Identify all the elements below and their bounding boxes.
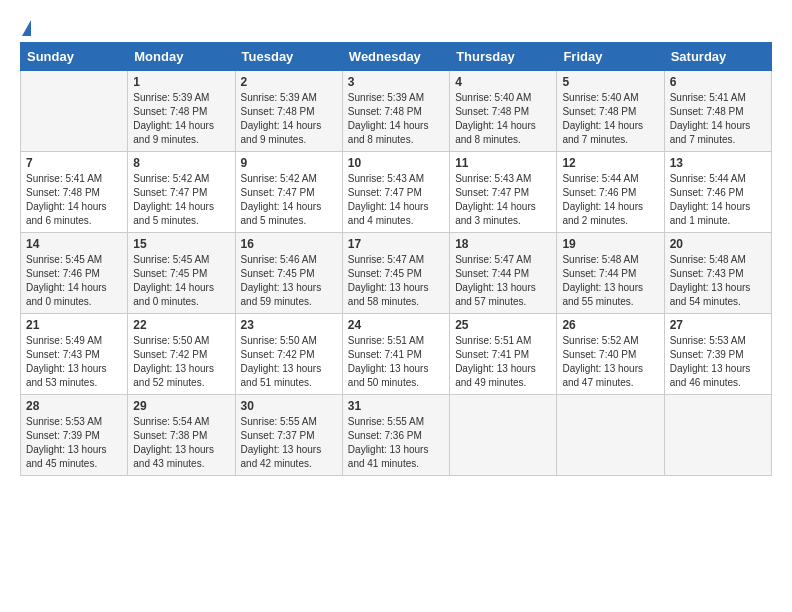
day-number: 7 [26, 156, 122, 170]
day-cell [21, 71, 128, 152]
day-number: 9 [241, 156, 337, 170]
day-info: Sunrise: 5:48 AM Sunset: 7:43 PM Dayligh… [670, 253, 766, 309]
day-number: 5 [562, 75, 658, 89]
day-info: Sunrise: 5:42 AM Sunset: 7:47 PM Dayligh… [133, 172, 229, 228]
day-info: Sunrise: 5:49 AM Sunset: 7:43 PM Dayligh… [26, 334, 122, 390]
day-cell: 12Sunrise: 5:44 AM Sunset: 7:46 PM Dayli… [557, 152, 664, 233]
calendar-header: SundayMondayTuesdayWednesdayThursdayFrid… [21, 43, 772, 71]
day-info: Sunrise: 5:51 AM Sunset: 7:41 PM Dayligh… [348, 334, 444, 390]
day-number: 28 [26, 399, 122, 413]
col-header-wednesday: Wednesday [342, 43, 449, 71]
day-cell: 4Sunrise: 5:40 AM Sunset: 7:48 PM Daylig… [450, 71, 557, 152]
col-header-thursday: Thursday [450, 43, 557, 71]
day-info: Sunrise: 5:46 AM Sunset: 7:45 PM Dayligh… [241, 253, 337, 309]
day-number: 24 [348, 318, 444, 332]
day-number: 15 [133, 237, 229, 251]
day-info: Sunrise: 5:47 AM Sunset: 7:44 PM Dayligh… [455, 253, 551, 309]
day-number: 30 [241, 399, 337, 413]
day-cell: 21Sunrise: 5:49 AM Sunset: 7:43 PM Dayli… [21, 314, 128, 395]
day-cell: 23Sunrise: 5:50 AM Sunset: 7:42 PM Dayli… [235, 314, 342, 395]
day-number: 20 [670, 237, 766, 251]
day-info: Sunrise: 5:42 AM Sunset: 7:47 PM Dayligh… [241, 172, 337, 228]
day-info: Sunrise: 5:43 AM Sunset: 7:47 PM Dayligh… [455, 172, 551, 228]
day-number: 22 [133, 318, 229, 332]
day-number: 31 [348, 399, 444, 413]
day-info: Sunrise: 5:45 AM Sunset: 7:46 PM Dayligh… [26, 253, 122, 309]
day-info: Sunrise: 5:41 AM Sunset: 7:48 PM Dayligh… [26, 172, 122, 228]
day-cell: 25Sunrise: 5:51 AM Sunset: 7:41 PM Dayli… [450, 314, 557, 395]
day-number: 27 [670, 318, 766, 332]
day-cell: 1Sunrise: 5:39 AM Sunset: 7:48 PM Daylig… [128, 71, 235, 152]
day-cell: 11Sunrise: 5:43 AM Sunset: 7:47 PM Dayli… [450, 152, 557, 233]
col-header-saturday: Saturday [664, 43, 771, 71]
day-cell [557, 395, 664, 476]
day-cell: 26Sunrise: 5:52 AM Sunset: 7:40 PM Dayli… [557, 314, 664, 395]
day-number: 18 [455, 237, 551, 251]
col-header-friday: Friday [557, 43, 664, 71]
week-row-3: 14Sunrise: 5:45 AM Sunset: 7:46 PM Dayli… [21, 233, 772, 314]
calendar-table: SundayMondayTuesdayWednesdayThursdayFrid… [20, 42, 772, 476]
day-number: 17 [348, 237, 444, 251]
day-info: Sunrise: 5:53 AM Sunset: 7:39 PM Dayligh… [670, 334, 766, 390]
week-row-1: 1Sunrise: 5:39 AM Sunset: 7:48 PM Daylig… [21, 71, 772, 152]
day-number: 25 [455, 318, 551, 332]
logo [20, 20, 32, 32]
day-cell: 10Sunrise: 5:43 AM Sunset: 7:47 PM Dayli… [342, 152, 449, 233]
day-info: Sunrise: 5:39 AM Sunset: 7:48 PM Dayligh… [133, 91, 229, 147]
day-cell: 7Sunrise: 5:41 AM Sunset: 7:48 PM Daylig… [21, 152, 128, 233]
day-info: Sunrise: 5:45 AM Sunset: 7:45 PM Dayligh… [133, 253, 229, 309]
header-row: SundayMondayTuesdayWednesdayThursdayFrid… [21, 43, 772, 71]
day-info: Sunrise: 5:50 AM Sunset: 7:42 PM Dayligh… [241, 334, 337, 390]
day-info: Sunrise: 5:51 AM Sunset: 7:41 PM Dayligh… [455, 334, 551, 390]
day-cell: 18Sunrise: 5:47 AM Sunset: 7:44 PM Dayli… [450, 233, 557, 314]
day-cell: 9Sunrise: 5:42 AM Sunset: 7:47 PM Daylig… [235, 152, 342, 233]
day-info: Sunrise: 5:52 AM Sunset: 7:40 PM Dayligh… [562, 334, 658, 390]
day-cell [450, 395, 557, 476]
day-cell: 15Sunrise: 5:45 AM Sunset: 7:45 PM Dayli… [128, 233, 235, 314]
col-header-monday: Monday [128, 43, 235, 71]
day-info: Sunrise: 5:50 AM Sunset: 7:42 PM Dayligh… [133, 334, 229, 390]
day-cell: 2Sunrise: 5:39 AM Sunset: 7:48 PM Daylig… [235, 71, 342, 152]
week-row-5: 28Sunrise: 5:53 AM Sunset: 7:39 PM Dayli… [21, 395, 772, 476]
page-header [20, 20, 772, 32]
day-number: 1 [133, 75, 229, 89]
day-cell: 31Sunrise: 5:55 AM Sunset: 7:36 PM Dayli… [342, 395, 449, 476]
day-cell: 14Sunrise: 5:45 AM Sunset: 7:46 PM Dayli… [21, 233, 128, 314]
day-number: 19 [562, 237, 658, 251]
day-cell: 17Sunrise: 5:47 AM Sunset: 7:45 PM Dayli… [342, 233, 449, 314]
day-cell: 24Sunrise: 5:51 AM Sunset: 7:41 PM Dayli… [342, 314, 449, 395]
day-number: 13 [670, 156, 766, 170]
col-header-tuesday: Tuesday [235, 43, 342, 71]
day-number: 6 [670, 75, 766, 89]
day-cell: 13Sunrise: 5:44 AM Sunset: 7:46 PM Dayli… [664, 152, 771, 233]
day-info: Sunrise: 5:54 AM Sunset: 7:38 PM Dayligh… [133, 415, 229, 471]
day-cell: 28Sunrise: 5:53 AM Sunset: 7:39 PM Dayli… [21, 395, 128, 476]
day-cell: 22Sunrise: 5:50 AM Sunset: 7:42 PM Dayli… [128, 314, 235, 395]
day-info: Sunrise: 5:40 AM Sunset: 7:48 PM Dayligh… [455, 91, 551, 147]
day-info: Sunrise: 5:39 AM Sunset: 7:48 PM Dayligh… [241, 91, 337, 147]
calendar-body: 1Sunrise: 5:39 AM Sunset: 7:48 PM Daylig… [21, 71, 772, 476]
day-number: 4 [455, 75, 551, 89]
day-number: 11 [455, 156, 551, 170]
day-number: 10 [348, 156, 444, 170]
day-number: 14 [26, 237, 122, 251]
day-cell: 19Sunrise: 5:48 AM Sunset: 7:44 PM Dayli… [557, 233, 664, 314]
logo-triangle-icon [22, 20, 31, 36]
day-info: Sunrise: 5:47 AM Sunset: 7:45 PM Dayligh… [348, 253, 444, 309]
day-info: Sunrise: 5:53 AM Sunset: 7:39 PM Dayligh… [26, 415, 122, 471]
day-info: Sunrise: 5:55 AM Sunset: 7:37 PM Dayligh… [241, 415, 337, 471]
day-number: 3 [348, 75, 444, 89]
day-cell: 6Sunrise: 5:41 AM Sunset: 7:48 PM Daylig… [664, 71, 771, 152]
day-number: 16 [241, 237, 337, 251]
col-header-sunday: Sunday [21, 43, 128, 71]
week-row-2: 7Sunrise: 5:41 AM Sunset: 7:48 PM Daylig… [21, 152, 772, 233]
day-number: 2 [241, 75, 337, 89]
day-info: Sunrise: 5:39 AM Sunset: 7:48 PM Dayligh… [348, 91, 444, 147]
day-cell: 8Sunrise: 5:42 AM Sunset: 7:47 PM Daylig… [128, 152, 235, 233]
day-cell: 20Sunrise: 5:48 AM Sunset: 7:43 PM Dayli… [664, 233, 771, 314]
day-cell: 3Sunrise: 5:39 AM Sunset: 7:48 PM Daylig… [342, 71, 449, 152]
day-number: 21 [26, 318, 122, 332]
day-number: 23 [241, 318, 337, 332]
day-number: 12 [562, 156, 658, 170]
day-number: 8 [133, 156, 229, 170]
